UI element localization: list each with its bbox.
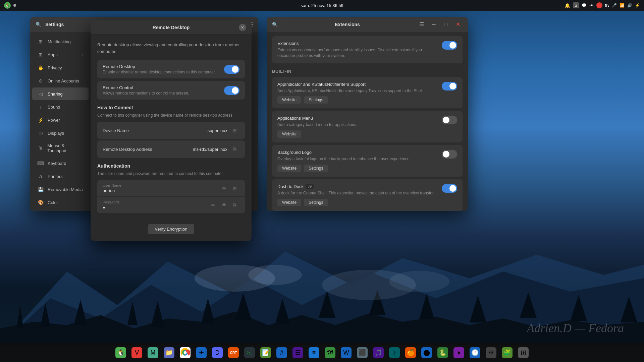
copy-username-button[interactable]: ⎘: [230, 184, 239, 193]
extensions-maximize-button[interactable]: □: [441, 20, 450, 29]
taskbar-item-app1[interactable]: ⬛: [355, 345, 370, 360]
taskbar-item-vivaldi[interactable]: V: [129, 345, 144, 360]
system-logo[interactable]: 🐧: [4, 2, 11, 9]
extensions-close-button[interactable]: ✕: [453, 20, 463, 29]
bglogo-website-button[interactable]: Website: [277, 165, 301, 172]
dashtodock-settings-button[interactable]: Settings: [304, 199, 328, 206]
appindicator-settings-button[interactable]: Settings: [304, 96, 328, 104]
more-icon[interactable]: •••: [589, 3, 594, 8]
dashtodock-website-button[interactable]: Website: [277, 199, 301, 206]
ext-item-appindicator-desc: Adds AppIndicator, KStatusNotifierItem a…: [277, 88, 423, 94]
sidebar-item-sound[interactable]: ♪ Sound: [32, 101, 89, 113]
battery-icon[interactable]: ⚡: [635, 3, 640, 8]
appmenu-website-button[interactable]: Website: [277, 130, 301, 138]
taskbar-item-calculator[interactable]: #: [274, 345, 289, 360]
volume-icon[interactable]: 🔊: [627, 3, 632, 8]
remote-desktop-toggle-row: Remote Desktop Enable or disable remote …: [97, 60, 245, 78]
taskbar-item-mullvad[interactable]: M: [146, 345, 160, 360]
taskbar-item-securecrt[interactable]: CRT: [226, 345, 241, 360]
bglogo-settings-button[interactable]: Settings: [304, 165, 328, 172]
keyboard-icon: ⌨: [38, 160, 44, 166]
extensions-master-toggle[interactable]: [442, 41, 457, 50]
copy-password-button[interactable]: ⎘: [230, 200, 239, 210]
notification-icon[interactable]: 🔔: [565, 3, 570, 8]
discord-icon: D: [212, 347, 223, 358]
taskbar-item-app4[interactable]: 🐍: [435, 345, 450, 360]
topbar-datetime[interactable]: sam. 25 nov. 15:36:59: [301, 3, 343, 8]
remote-control-toggle-row: Remote Control Allows remote connections…: [97, 81, 245, 100]
remote-desktop-dialog: Remote Desktop ✕ Remote desktop allows v…: [91, 20, 252, 241]
ext-item-appindicator-actions: Website Settings: [277, 96, 457, 104]
remote-desktop-close-button[interactable]: ✕: [239, 24, 246, 31]
remote-control-toggle[interactable]: [224, 86, 239, 95]
edit-password-button[interactable]: ✏: [209, 200, 218, 210]
taskbar-item-fedora[interactable]: 🐧: [113, 345, 128, 360]
extensions-minimize-button[interactable]: ─: [429, 20, 438, 29]
network-icon[interactable]: 📶: [620, 3, 625, 8]
sidebar-item-power[interactable]: ⚡ Power: [32, 114, 89, 126]
telegram-icon: ✈: [196, 347, 207, 358]
taskbar-item-pager[interactable]: ☰: [290, 345, 305, 360]
terminal-icon: >_: [244, 347, 255, 358]
taskbar-item-terminal[interactable]: >_: [242, 345, 257, 360]
password-field-inner: Password ●: [103, 200, 209, 210]
search-icon[interactable]: 🔍: [36, 22, 41, 27]
ext-appindicator-toggle[interactable]: [442, 82, 457, 90]
extensions-title: Extensions: [282, 22, 413, 27]
sidebar-item-color[interactable]: 🎨 Color: [32, 196, 89, 209]
taskbar-item-software[interactable]: ≡: [307, 345, 321, 360]
mic-icon[interactable]: 🎤: [612, 3, 617, 8]
chat-icon[interactable]: 💬: [582, 3, 587, 8]
sidebar-item-displays[interactable]: ▭ Displays: [32, 127, 89, 139]
edit-username-button[interactable]: ✏: [219, 184, 229, 193]
taskbar-item-chrome[interactable]: [178, 345, 193, 360]
ext-item-appmenu-actions: Website: [277, 130, 457, 138]
appindicator-website-button[interactable]: Website: [277, 96, 301, 104]
taskbar-item-files[interactable]: 📁: [162, 345, 176, 360]
user-avatar[interactable]: [596, 2, 602, 8]
sidebar-item-removable-media[interactable]: 💾 Removable Media: [32, 183, 89, 196]
ext-item-dashtodock-info: Dash to Dock 89 A dock for the Gnome She…: [277, 184, 437, 196]
sidebar-item-apps[interactable]: ⊞ Apps ›: [32, 48, 89, 61]
taskbar-item-telegram[interactable]: ✈: [194, 345, 209, 360]
taskbar-item-grid[interactable]: ⊞: [516, 345, 531, 360]
verify-encryption-button[interactable]: Verify Encryption: [148, 224, 194, 234]
sidebar-item-multitasking[interactable]: ⊞ Multitasking: [32, 35, 89, 48]
sidebar-item-printers[interactable]: 🖨 Printers: [32, 170, 89, 183]
taskbar-item-app2[interactable]: 🍊: [403, 345, 418, 360]
extensions-menu-button[interactable]: ☰: [417, 20, 426, 29]
taskbar-item-discord[interactable]: D: [210, 345, 225, 360]
privacy-icon: 🖐: [38, 65, 44, 71]
ext-item-dashtodock-top: Dash to Dock 89 A dock for the Gnome She…: [277, 184, 457, 196]
remote-desktop-toggle[interactable]: [224, 65, 239, 74]
taskbar-item-settings[interactable]: ⚙: [484, 345, 498, 360]
keyboard-layout[interactable]: fr₁: [605, 3, 609, 8]
sidebar-item-privacy[interactable]: 🖐 Privacy: [32, 61, 89, 74]
copy-remote-address-button[interactable]: ⎘: [230, 144, 239, 154]
sidebar-item-sharing[interactable]: ◁ Sharing: [32, 87, 89, 100]
taskbar-item-writer[interactable]: W: [339, 345, 354, 360]
taskbar-item-clementine[interactable]: ♪: [387, 345, 402, 360]
sidebar-label-apps: Apps: [48, 52, 58, 57]
sidebar-item-keyboard[interactable]: ⌨ Keyboard: [32, 157, 89, 170]
displays-icon: ▭: [38, 130, 44, 136]
sidebar-item-region-language[interactable]: 🏴 Region & Language: [32, 209, 89, 211]
taskbar-item-maps[interactable]: 🗺: [323, 345, 337, 360]
show-password-button[interactable]: 👁: [219, 200, 229, 210]
taskbar-item-notes[interactable]: 📝: [258, 345, 273, 360]
taskbar-item-extensions[interactable]: 🧩: [500, 345, 515, 360]
ext-bglogo-toggle[interactable]: [442, 150, 457, 159]
taskbar-item-app5[interactable]: ♦: [451, 345, 466, 360]
ext-appmenu-toggle[interactable]: [442, 116, 457, 124]
copy-device-name-button[interactable]: ⎘: [230, 126, 239, 135]
sidebar-item-mouse-touchpad[interactable]: 🖱 Mouse & Touchpad: [32, 140, 89, 157]
ext-dashtodock-toggle[interactable]: [442, 184, 457, 193]
authentication-title: Authentication: [97, 163, 245, 169]
steam-icon[interactable]: S: [573, 2, 579, 8]
sidebar-label-removable-media: Removable Media: [48, 187, 83, 192]
sidebar-item-online-accounts[interactable]: ⊙ Online Accounts: [32, 74, 89, 87]
taskbar-item-clock[interactable]: 🕐: [468, 345, 482, 360]
extensions-search-icon[interactable]: 🔍: [272, 22, 278, 27]
taskbar-item-music[interactable]: 🎵: [371, 345, 386, 360]
taskbar-item-app3[interactable]: ⬤: [419, 345, 434, 360]
